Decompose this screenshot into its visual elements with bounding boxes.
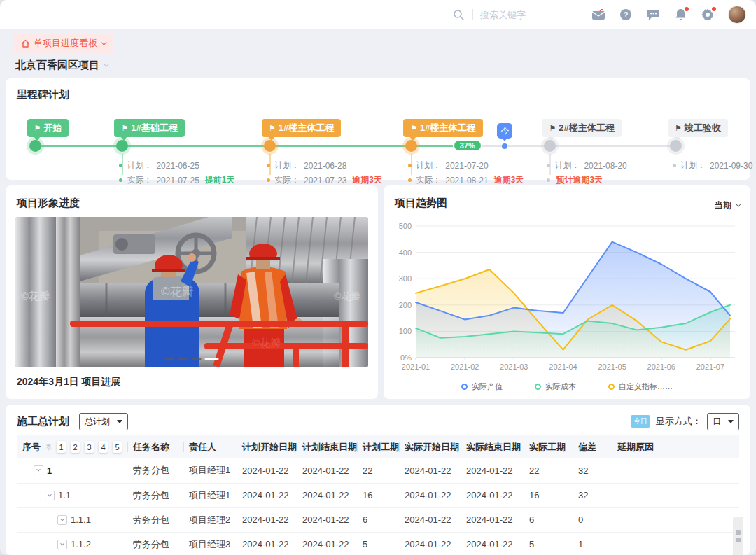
select-arrow-icon: [728, 420, 734, 423]
chat-icon[interactable]: [646, 8, 660, 22]
svg-text:100: 100: [399, 327, 412, 335]
milestone-badge: ⚑竣工验收: [668, 119, 728, 137]
svg-text:2021-07: 2021-07: [696, 363, 724, 371]
trend-chart-card: 项目趋势图 当期 5004003002001000%2021-012021-02…: [384, 185, 750, 399]
flag-icon: ⚑: [269, 124, 276, 132]
trend-title: 项目趋势图: [395, 197, 447, 210]
svg-text:400: 400: [399, 248, 412, 257]
floating-helper-tab[interactable]: [733, 517, 743, 555]
plan-type-select[interactable]: 总计划: [79, 413, 128, 430]
plan-title: 施工总计划: [17, 415, 69, 428]
mail-icon[interactable]: [592, 8, 606, 22]
table-header-row: 序号 1 2 3 4 5 任务名称 责任人 计划开始日期 计划结束日期 计划工期: [17, 435, 739, 458]
milestone-badge: ⚑1#楼主体工程: [403, 119, 482, 137]
dashboard-page: ? 单项目进度看板 北京百香园区项目 里程碑计划: [0, 0, 756, 555]
legend-item[interactable]: 实际成本: [535, 381, 576, 392]
site-photo-card: 项目形象进度: [6, 185, 378, 399]
today-dot: [502, 143, 507, 149]
col-task: 任务名称: [127, 435, 183, 458]
col-reason: 延期原因: [612, 435, 739, 458]
milestone-badge: ⚑开始: [27, 119, 69, 137]
carousel-dot[interactable]: [165, 358, 175, 360]
svg-text:©花瓣: ©花瓣: [334, 290, 360, 302]
tree-toggle[interactable]: [45, 491, 55, 500]
level-button-1[interactable]: 1: [57, 441, 66, 453]
table-row: 1.1.1 劳务分包项目经理2 2024-01-222024-01-226 20…: [17, 507, 739, 532]
svg-text:0%: 0%: [400, 353, 412, 362]
tree-toggle[interactable]: [57, 515, 67, 525]
bell-icon[interactable]: [673, 8, 687, 22]
chevron-down-icon: [736, 202, 741, 207]
svg-text:300: 300: [399, 274, 412, 283]
svg-text:200: 200: [399, 301, 412, 309]
carousel-dot[interactable]: [178, 358, 188, 360]
svg-text:2021-03: 2021-03: [500, 363, 528, 371]
col-act-dur: 实际工期: [524, 435, 573, 458]
chart-legend: 实际产值 实际成本 自定义指标……: [384, 381, 750, 392]
tree-toggle[interactable]: [57, 540, 67, 549]
milestone-node: [116, 140, 128, 152]
divider: [472, 9, 473, 20]
level-button-5[interactable]: 5: [113, 441, 122, 453]
col-act-start: 实际开始日期: [399, 435, 461, 458]
svg-text:©花瓣: ©花瓣: [161, 285, 194, 298]
search-input[interactable]: [480, 10, 585, 20]
deviation-value: 32: [573, 483, 612, 507]
display-mode-select[interactable]: 日: [707, 413, 739, 430]
today-badge: 今: [497, 123, 512, 139]
help-icon[interactable]: ?: [619, 8, 633, 22]
notification-dot: [685, 7, 689, 11]
legend-item[interactable]: 自定义指标……: [608, 381, 673, 392]
milestone-node: [544, 140, 556, 152]
milestone-badge: ⚑2#楼主体工程: [542, 119, 621, 137]
legend-marker: [461, 384, 468, 390]
flag-icon: ⚑: [549, 124, 556, 132]
deviation-value: 0: [573, 507, 612, 532]
tree-toggle[interactable]: [34, 465, 43, 475]
search-icon[interactable]: [451, 8, 465, 22]
deviation-value: 1: [573, 532, 612, 555]
legend-marker: [535, 384, 541, 390]
timeline-done-segment: [36, 145, 468, 147]
layers-icon: [46, 442, 52, 451]
gear-icon[interactable]: [701, 8, 715, 22]
table-row: 1 劳务分包项目经理1 2024-01-222024-01-2222 2024-…: [17, 458, 739, 483]
table-row: 1.1.2 劳务分包项目经理3 2024-01-222024-01-225 20…: [17, 532, 739, 555]
table-row: 1.1 劳务分包项目经理1 2024-01-222024-01-2216 202…: [17, 483, 739, 507]
level-button-2[interactable]: 2: [71, 441, 80, 453]
board-selector-button[interactable]: 单项目进度看板: [13, 34, 113, 53]
milestone-dates: 计划：2021-06-25 实际：2021-07-25提前1天: [119, 158, 234, 188]
col-deviation: 偏差: [573, 435, 612, 458]
chevron-down-icon: [104, 62, 108, 67]
board-selector-label: 单项目进度看板: [34, 37, 97, 50]
period-value: 当期: [715, 199, 732, 211]
avatar[interactable]: [728, 6, 746, 24]
display-mode-label: 显示方式：: [656, 415, 701, 428]
flag-icon: ⚑: [675, 124, 682, 132]
flag-icon: ⚑: [410, 124, 417, 132]
carousel-dot-active[interactable]: [205, 358, 219, 360]
svg-text:?: ?: [624, 10, 629, 19]
milestone-node: [405, 140, 417, 152]
legend-item[interactable]: 实际产值: [461, 381, 503, 392]
today-tag: 今日: [631, 415, 650, 428]
milestone-dates: 计划：2021-08-20 预计逾期3天: [547, 158, 626, 188]
col-owner: 责任人: [183, 435, 237, 458]
svg-text:2021-05: 2021-05: [598, 363, 626, 371]
chevron-down-icon: [101, 39, 106, 45]
milestone-node: [670, 140, 682, 152]
project-title: 北京百香园区项目: [15, 59, 99, 72]
col-act-end: 实际结束日期: [461, 435, 524, 458]
milestone-dates: 计划：2021-07-20 实际：2021-08-21逾期3天: [408, 158, 524, 188]
photo-caption: 2024年3月1日 项目进展: [17, 376, 121, 388]
period-dropdown[interactable]: 当期: [715, 199, 739, 211]
project-title-dropdown[interactable]: 北京百香园区项目: [15, 59, 107, 72]
carousel-dot[interactable]: [192, 358, 202, 360]
select-arrow-icon: [117, 420, 122, 423]
milestone-badge: ⚑1#基础工程: [114, 119, 184, 137]
milestone-node: [29, 140, 41, 152]
level-button-3[interactable]: 3: [85, 441, 94, 453]
level-button-4[interactable]: 4: [99, 441, 108, 453]
flag-icon: ⚑: [34, 124, 41, 132]
legend-marker: [608, 384, 615, 390]
